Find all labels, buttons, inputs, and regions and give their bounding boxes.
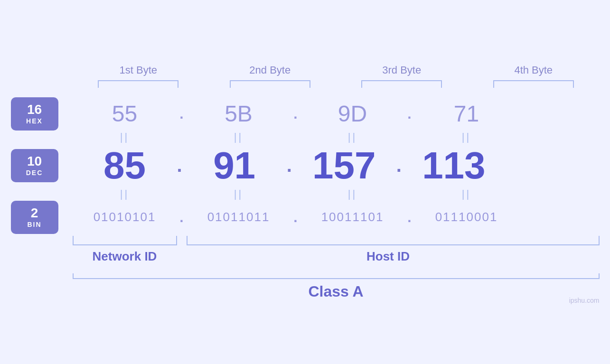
top-bracket-1 <box>86 80 190 88</box>
dbar-7: || <box>348 188 357 200</box>
dec-val-4: 113 <box>402 144 506 187</box>
dot-bin-1: . <box>177 209 187 225</box>
bin-base-name: BIN <box>27 221 41 228</box>
hex-label-box: 16 HEX <box>11 97 58 131</box>
dbar-row-2: || || || || <box>73 187 600 201</box>
bin-val-1: 01010101 <box>73 210 177 224</box>
byte-header-1: 1st Byte <box>86 64 190 76</box>
dbar-row-1: || || || || <box>73 131 600 144</box>
byte-header-4: 4th Byte <box>481 64 586 76</box>
hex-val-3: 9D <box>300 101 405 127</box>
host-id-label: Host ID <box>177 249 600 264</box>
hex-base-num: 16 <box>27 103 42 117</box>
dbar-1: || <box>120 131 129 143</box>
bin-val-3: 10011101 <box>300 210 405 224</box>
dbar-3: || <box>348 131 357 143</box>
bin-val-2: 01011011 <box>187 210 291 224</box>
dot-dec-2: . <box>287 155 292 176</box>
hex-row: 16 HEX 55 . 5B . 9D . 71 <box>11 97 600 131</box>
network-id-label: Network ID <box>73 249 177 264</box>
class-section: Class A <box>73 273 600 300</box>
byte-header-2: 2nd Byte <box>218 64 322 76</box>
dec-val-2: 91 <box>182 144 287 187</box>
dbar-8: || <box>462 188 471 200</box>
bracket-host <box>187 236 600 245</box>
hex-val-4: 71 <box>414 101 519 127</box>
dbar-4: || <box>462 131 471 143</box>
dec-val-1: 85 <box>73 144 177 187</box>
bin-val-4: 01110001 <box>414 210 519 224</box>
dot-dec-1: . <box>177 155 182 176</box>
dec-base-name: DEC <box>26 169 43 177</box>
dbar-2: || <box>234 131 243 143</box>
dbar-5: || <box>120 188 129 200</box>
bin-base-num: 2 <box>31 206 38 221</box>
class-label: Class A <box>73 283 600 300</box>
bottom-section: Network ID Host ID <box>73 236 600 264</box>
dot-hex-1: . <box>177 106 187 122</box>
dot-bin-3: . <box>405 209 414 225</box>
dot-dec-3: . <box>396 155 402 176</box>
hex-val-1: 55 <box>73 101 177 127</box>
class-bracket <box>73 273 600 279</box>
bracket-network <box>73 236 177 245</box>
dec-val-3: 157 <box>292 144 396 187</box>
hex-base-name: HEX <box>26 117 43 125</box>
byte-header-3: 3rd Byte <box>349 64 454 76</box>
bin-row: 2 BIN 01010101 . 01011011 . 10011101 . 0… <box>11 201 600 234</box>
dec-row: 10 DEC 85 . 91 . 157 . 113 <box>11 144 600 187</box>
top-bracket-4 <box>481 80 586 88</box>
top-bracket-3 <box>349 80 454 88</box>
bin-label-box: 2 BIN <box>11 201 58 234</box>
dot-bin-2: . <box>291 209 300 225</box>
dec-label-box: 10 DEC <box>11 149 58 182</box>
top-bracket-2 <box>218 80 322 88</box>
dec-base-num: 10 <box>27 154 42 169</box>
watermark: ipshu.com <box>569 297 600 304</box>
dot-hex-3: . <box>405 106 414 122</box>
dot-hex-2: . <box>291 106 300 122</box>
hex-val-2: 5B <box>187 101 291 127</box>
dbar-6: || <box>234 188 243 200</box>
